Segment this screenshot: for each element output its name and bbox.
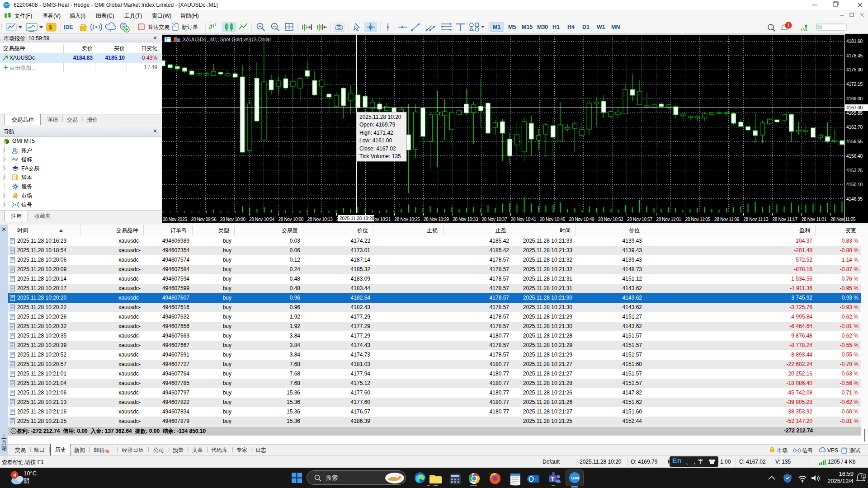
- svg-text:4172.15: 4172.15: [846, 82, 863, 87]
- svg-text:新订单: 新订单: [182, 24, 198, 30]
- svg-text:28 Nov 11:05: 28 Nov 11:05: [685, 217, 711, 222]
- svg-text:28 Nov 10:00: 28 Nov 10:00: [220, 217, 246, 222]
- svg-text:28 Nov 09:56: 28 Nov 09:56: [191, 217, 217, 222]
- svg-text:28 Nov 11:25: 28 Nov 11:25: [830, 217, 856, 222]
- svg-text:MN: MN: [611, 24, 620, 30]
- svg-text:28 Nov 10:13: 28 Nov 10:13: [307, 217, 333, 222]
- svg-text:28 Nov 10:37: 28 Nov 10:37: [482, 217, 508, 222]
- svg-text:4178.45: 4178.45: [846, 53, 863, 58]
- svg-text:28 Nov 2025: 28 Nov 2025: [163, 217, 187, 222]
- svg-text:4169.00: 4169.00: [846, 96, 863, 101]
- svg-text:4167.00: 4167.00: [846, 105, 863, 110]
- svg-text:W1: W1: [597, 24, 605, 30]
- svg-text:测试: 测试: [849, 447, 860, 454]
- svg-text:Tick Volume: 135: Tick Volume: 135: [359, 153, 401, 160]
- svg-text:GMI: GMI: [571, 476, 579, 480]
- svg-text:XAUUSDc-, M1: Spot Gold vs US: XAUUSDc-, M1: Spot Gold vs US Dollar: [183, 37, 271, 42]
- svg-text:1: 1: [863, 474, 865, 479]
- svg-text:T: T: [551, 476, 554, 482]
- svg-text:LVL: LVL: [801, 28, 808, 32]
- svg-text:H4: H4: [567, 24, 575, 30]
- svg-text:28 Nov 10:25: 28 Nov 10:25: [395, 217, 420, 222]
- svg-text:High: 4171.42: High: 4171.42: [359, 130, 393, 136]
- svg-text:4175.30: 4175.30: [846, 67, 863, 72]
- svg-text:Low: 4161.00: Low: 4161.00: [359, 137, 392, 144]
- svg-text:4159.55: 4159.55: [846, 139, 863, 144]
- svg-text:28 Nov 10:33: 28 Nov 10:33: [453, 217, 478, 222]
- svg-text:M15: M15: [522, 24, 533, 30]
- svg-text:4: 4: [14, 472, 17, 478]
- svg-text:1: 1: [788, 23, 790, 28]
- svg-text:1: 1: [214, 23, 217, 27]
- svg-text:28 Nov 11:01: 28 Nov 11:01: [656, 217, 681, 222]
- svg-text:IDE: IDE: [64, 24, 73, 30]
- svg-text:M1: M1: [493, 24, 500, 30]
- svg-text:4150.10: 4150.10: [846, 182, 863, 187]
- svg-text:信号: 信号: [802, 447, 813, 454]
- svg-text:28 Nov 11:21: 28 Nov 11:21: [802, 217, 827, 222]
- svg-text:28 Nov 10:53: 28 Nov 10:53: [598, 217, 624, 222]
- svg-text:28 Nov 10:41: 28 Nov 10:41: [511, 217, 537, 222]
- svg-text:28 Nov 10:04: 28 Nov 10:04: [249, 217, 275, 222]
- svg-text:28 Nov 11:17: 28 Nov 11:17: [773, 217, 798, 222]
- svg-text:Close: 4167.02: Close: 4167.02: [359, 145, 396, 152]
- svg-text:M30: M30: [537, 24, 548, 30]
- svg-text:2025.11.28 10:20: 2025.11.28 10:20: [359, 114, 401, 120]
- svg-text:Open: 4169.79: Open: 4169.79: [359, 122, 396, 128]
- svg-text:VPS: VPS: [827, 447, 838, 454]
- svg-text:4181.60: 4181.60: [846, 39, 863, 44]
- svg-text:28 Nov 10:08: 28 Nov 10:08: [278, 217, 304, 222]
- svg-text:4162.70: 4162.70: [846, 125, 863, 130]
- svg-text:4146.95: 4146.95: [846, 197, 863, 202]
- svg-text:市场: 市场: [777, 447, 788, 454]
- svg-text:2025.11.28 10:20: 2025.11.28 10:20: [340, 216, 375, 221]
- svg-text:H1: H1: [552, 24, 560, 30]
- svg-text:$: $: [49, 24, 52, 31]
- svg-text:D1: D1: [582, 24, 590, 30]
- svg-text:4153.25: 4153.25: [846, 168, 863, 173]
- svg-text:M5: M5: [508, 24, 516, 30]
- svg-text:算法交易: 算法交易: [148, 24, 170, 30]
- svg-text:4165.85: 4165.85: [846, 111, 863, 116]
- svg-text:28 Nov 10:29: 28 Nov 10:29: [424, 217, 449, 222]
- svg-text:28 Nov 10:57: 28 Nov 10:57: [627, 217, 653, 222]
- svg-text:28 Nov 11:09: 28 Nov 11:09: [714, 217, 740, 222]
- svg-text:4156.40: 4156.40: [846, 154, 863, 159]
- svg-text:28 Nov 10:49: 28 Nov 10:49: [569, 217, 594, 222]
- svg-text:28 Nov 10:45: 28 Nov 10:45: [540, 217, 566, 222]
- svg-text:28 Nov 11:13: 28 Nov 11:13: [743, 217, 769, 222]
